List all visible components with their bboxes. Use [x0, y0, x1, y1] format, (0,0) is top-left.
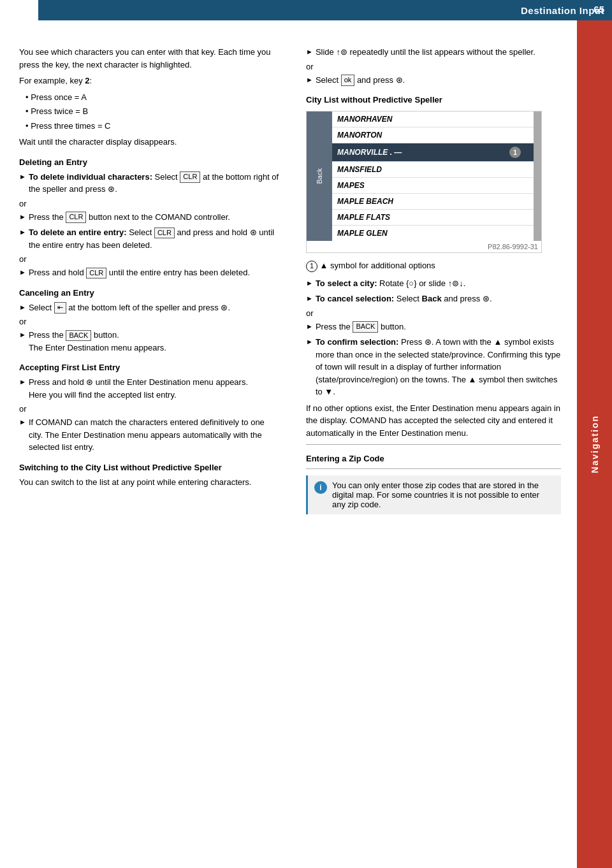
- city-list-heading: City List without Predictive Speller: [306, 95, 561, 105]
- header-bar: Destination Input: [38, 0, 612, 20]
- city-list-body: Back MANORHAVEN MANORTON MANORVILLE . — …: [307, 112, 541, 241]
- accepting-heading: Accepting First List Entry: [19, 363, 280, 372]
- delete-entire-text: To delete an entire entry: Select CLR an…: [29, 226, 280, 251]
- cancel-selection-text: To cancel selection: Select Back and pre…: [316, 293, 561, 305]
- canceling-heading: Canceling an Entry: [19, 288, 280, 298]
- bullet-press-twice: • Press twice = B: [26, 105, 280, 118]
- city-item-4: MANSFIELD: [332, 162, 534, 178]
- select-city-item: ► To select a city: Rotate {○} or slide …: [306, 277, 561, 290]
- info-icon: i: [314, 481, 327, 494]
- slide-text: Slide ↑⊚ repeatedly until the list appea…: [316, 46, 561, 59]
- clr-key-3: CLR: [154, 228, 175, 238]
- press-back-item: ► Press the BACK button.: [306, 321, 561, 333]
- arrow-icon-3: ►: [19, 227, 26, 238]
- main-content: You see which characters you can enter w…: [0, 20, 612, 527]
- city-item-1: MANORHAVEN: [332, 112, 534, 127]
- select-back-item: ► Select ⇤ at the bottom left of the spe…: [19, 301, 280, 314]
- left-column: You see which characters you can enter w…: [0, 20, 293, 527]
- clr-key-1: CLR: [180, 171, 200, 182]
- image-caption: P82.86-9992-31: [307, 241, 541, 252]
- press-hold-enter-item: ► Press and hold ⊛ until the Enter Desti…: [19, 376, 280, 401]
- nav-sidebar-label: Navigation: [590, 415, 600, 474]
- or-3: or: [19, 317, 280, 326]
- ok-key-box: ok: [341, 75, 355, 85]
- arrow-icon-12: ►: [306, 293, 313, 304]
- if-no-other-text: If no other options exist, the Enter Des…: [306, 402, 561, 440]
- or-4: or: [19, 404, 280, 414]
- back-key-box-1: ⇤: [54, 302, 66, 313]
- arrow-icon-10: ►: [306, 75, 313, 85]
- divider-1: [306, 444, 561, 445]
- select-back-text: Select ⇤ at the bottom left of the spell…: [29, 301, 280, 314]
- back-column: Back: [307, 112, 332, 241]
- select-ok-item: ► Select ok and press ⊛.: [306, 74, 561, 87]
- annotation-text: 1 ▲ symbol for additional options: [306, 259, 561, 272]
- arrow-icon-5: ►: [19, 302, 26, 313]
- bullet-press-three: • Press three times = C: [26, 120, 280, 133]
- right-column: ► Slide ↑⊚ repeatedly until the list app…: [293, 20, 574, 527]
- city-item-8: MAPLE GLEN: [332, 226, 534, 241]
- city-item-6: MAPLE BEACH: [332, 194, 534, 210]
- arrow-icon-2: ►: [19, 212, 26, 222]
- city-item-5: MAPES: [332, 178, 534, 194]
- city-items-list: MANORHAVEN MANORTON MANORVILLE . — 1 MAN…: [332, 112, 534, 241]
- or-1: or: [19, 199, 280, 208]
- clr-key-4: CLR: [86, 268, 106, 278]
- back-key-2: BACK: [66, 330, 91, 341]
- intro-p1: You see which characters you can enter w…: [19, 46, 280, 71]
- header-title: Destination Input: [521, 5, 604, 16]
- scrollbar: [534, 112, 541, 241]
- press-hold-clr-item: ► Press and hold CLR until the entire en…: [19, 266, 280, 279]
- divider-2: [306, 468, 561, 469]
- arrow-icon-8: ►: [19, 417, 26, 428]
- intro-p2: For example, key 2:: [19, 75, 280, 87]
- arrow-icon-1: ►: [19, 171, 26, 182]
- press-back-text: Press the BACK button.: [316, 321, 561, 333]
- city-item-7: MAPLE FLATS: [332, 210, 534, 226]
- delete-individual-text: To delete individual characters: Select …: [29, 171, 280, 196]
- slide-item: ► Slide ↑⊚ repeatedly until the list app…: [306, 46, 561, 59]
- arrow-icon-9: ►: [306, 47, 313, 57]
- press-clr-item: ► Press the CLR button next to the COMAN…: [19, 211, 280, 224]
- arrow-icon-6: ►: [19, 329, 26, 340]
- deleting-heading: Deleting an Entry: [19, 157, 280, 167]
- delete-individual-item: ► To delete individual characters: Selec…: [19, 171, 280, 196]
- nav-sidebar: Navigation: [577, 20, 612, 868]
- confirm-selection-text: To confirm selection: Press ⊛. A town wi…: [316, 336, 561, 398]
- arrow-icon-4: ►: [19, 267, 26, 278]
- select-city-text: To select a city: Rotate {○} or slide ↑⊚…: [316, 277, 561, 290]
- annotation-circle-1: 1: [509, 147, 521, 158]
- or-2: or: [19, 254, 280, 264]
- city-item-2: MANORTON: [332, 127, 534, 143]
- or-6: or: [306, 308, 561, 318]
- press-back-cancel-text: Press the BACK button. The Enter Destina…: [29, 329, 280, 354]
- select-ok-text: Select ok and press ⊛.: [316, 74, 561, 87]
- bullet-press-once: • Press once = A: [26, 91, 280, 104]
- comand-match-item: ► If COMAND can match the characters ent…: [19, 416, 280, 454]
- back-label: Back: [316, 168, 323, 184]
- delete-entire-item: ► To delete an entire entry: Select CLR …: [19, 226, 280, 251]
- zip-info-text: You can only enter those zip codes that …: [332, 481, 555, 509]
- press-back-cancel-item: ► Press the BACK button. The Enter Desti…: [19, 329, 280, 354]
- zip-info-box: i You can only enter those zip codes tha…: [306, 475, 561, 514]
- press-hold-enter-text: Press and hold ⊛ until the Enter Destina…: [29, 376, 280, 401]
- switching-heading: Switching to the City List without Predi…: [19, 463, 280, 472]
- or-5: or: [306, 62, 561, 71]
- city-item-3-highlighted: MANORVILLE . — 1: [332, 143, 534, 162]
- intro-p3: Wait until the character display disappe…: [19, 136, 280, 148]
- comand-match-text: If COMAND can match the characters enter…: [29, 416, 280, 454]
- arrow-icon-13: ►: [306, 321, 313, 332]
- city-list-image: Back MANORHAVEN MANORTON MANORVILLE . — …: [306, 111, 542, 253]
- page-number: 65: [594, 4, 604, 15]
- cancel-selection-item: ► To cancel selection: Select Back and p…: [306, 293, 561, 305]
- zip-heading: Entering a Zip Code: [306, 454, 561, 463]
- arrow-icon-11: ►: [306, 278, 313, 289]
- arrow-icon-14: ►: [306, 336, 313, 347]
- circle-annotation: 1: [306, 261, 317, 272]
- city-item-3-text: MANORVILLE . —: [337, 148, 402, 157]
- back-key-3: BACK: [353, 321, 378, 332]
- switching-p1: You can switch to the list at any point …: [19, 476, 280, 489]
- arrow-icon-7: ►: [19, 377, 26, 387]
- press-hold-clr-text: Press and hold CLR until the entire entr…: [29, 266, 280, 279]
- confirm-selection-item: ► To confirm selection: Press ⊛. A town …: [306, 336, 561, 398]
